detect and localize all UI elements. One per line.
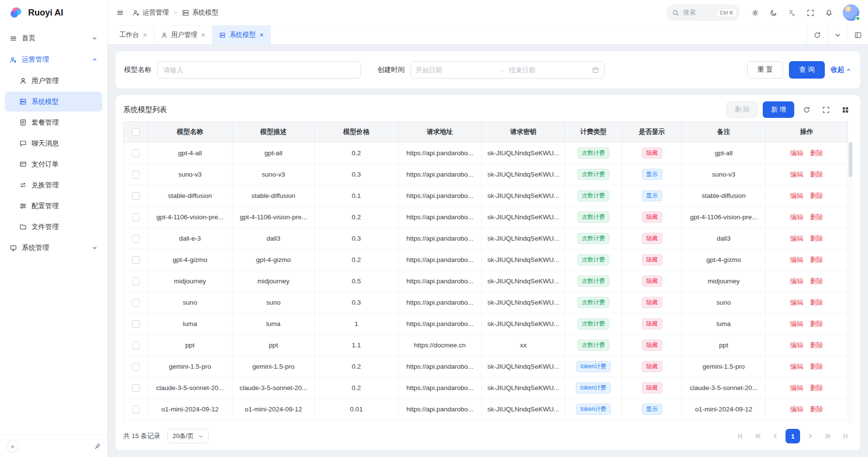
edit-link[interactable]: 编辑 <box>790 213 803 221</box>
pin-icon[interactable] <box>94 442 101 450</box>
jump-prev-button[interactable] <box>751 429 765 443</box>
sidebar-item-exchange-management[interactable]: 兑换管理 <box>5 175 102 195</box>
tab-system-models[interactable]: 系统模型× <box>213 26 271 44</box>
row-checkbox[interactable] <box>132 320 140 328</box>
end-date-input[interactable] <box>509 66 588 74</box>
tab-menu-button[interactable] <box>827 26 848 44</box>
language-button[interactable]: 文A <box>784 4 800 21</box>
delete-link[interactable]: 删除 <box>810 171 823 178</box>
delete-link[interactable]: 删除 <box>810 256 823 263</box>
sidebar-item-system-models[interactable]: 系统模型 <box>5 92 102 112</box>
sidebar-item-chat-messages[interactable]: 聊天消息 <box>5 133 102 153</box>
scrollbar-thumb[interactable] <box>849 142 852 177</box>
tab-close-icon[interactable]: × <box>143 31 147 39</box>
page-number-button[interactable]: 1 <box>786 429 800 443</box>
delete-link[interactable]: 删除 <box>810 277 823 285</box>
edit-link[interactable]: 编辑 <box>790 192 803 199</box>
batch-delete-button[interactable]: 删 除 <box>726 101 758 118</box>
last-page-button[interactable] <box>838 429 852 443</box>
start-date-input[interactable] <box>416 66 495 74</box>
visibility-tag: 隐藏 <box>642 318 662 329</box>
row-checkbox[interactable] <box>132 406 140 413</box>
tab-refresh-button[interactable] <box>807 26 827 44</box>
page-size-select[interactable]: 20条/页 <box>167 429 209 443</box>
row-checkbox[interactable] <box>132 235 140 243</box>
row-select-cell <box>124 207 148 228</box>
tab-close-icon[interactable]: × <box>260 31 263 39</box>
delete-link[interactable]: 删除 <box>810 235 823 242</box>
fullscreen-button[interactable] <box>802 4 819 21</box>
delete-link[interactable]: 删除 <box>810 363 823 370</box>
billing-type-cell: 次数计费 <box>565 249 622 271</box>
prev-page-button[interactable] <box>768 429 783 443</box>
row-checkbox[interactable] <box>132 256 140 264</box>
reset-button[interactable]: 重 置 <box>747 61 783 79</box>
total-records: 共 15 条记录 <box>123 432 161 441</box>
model-name-input[interactable] <box>157 61 361 79</box>
tab-user-management[interactable]: 用户管理× <box>154 26 213 44</box>
refresh-table-button[interactable] <box>799 102 814 117</box>
delete-link[interactable]: 删除 <box>810 149 823 157</box>
delete-link[interactable]: 删除 <box>810 342 823 349</box>
tab-workbench[interactable]: 工作台× <box>113 26 154 44</box>
row-checkbox[interactable] <box>132 384 140 392</box>
row-checkbox[interactable] <box>132 192 140 200</box>
jump-next-button[interactable] <box>820 429 835 443</box>
sidebar-item-file-management[interactable]: 文件管理 <box>5 217 102 237</box>
sidebar-item-package-management[interactable]: 套餐管理 <box>5 113 102 132</box>
add-button[interactable]: 新 增 <box>763 101 794 118</box>
row-checkbox[interactable] <box>132 363 140 371</box>
edit-link[interactable]: 编辑 <box>790 363 803 370</box>
delete-link[interactable]: 删除 <box>810 213 823 221</box>
edit-link[interactable]: 编辑 <box>790 256 803 263</box>
sidebar-item-system[interactable]: 系统管理 <box>5 238 102 258</box>
settings-button[interactable] <box>747 4 763 21</box>
dark-mode-button[interactable] <box>765 4 782 21</box>
row-checkbox[interactable] <box>132 299 140 307</box>
sidebar-item-operations[interactable]: 运营管理 <box>5 49 102 70</box>
edit-link[interactable]: 编辑 <box>790 384 803 392</box>
delete-link[interactable]: 删除 <box>810 384 823 392</box>
sidebar-item-home[interactable]: 首页 <box>5 28 102 49</box>
hamburger-icon[interactable] <box>116 9 124 16</box>
breadcrumb-item[interactable]: 系统模型 <box>182 8 218 17</box>
first-page-button[interactable] <box>733 429 748 443</box>
next-page-button[interactable] <box>803 429 818 443</box>
edit-link[interactable]: 编辑 <box>790 299 803 306</box>
row-checkbox[interactable] <box>132 277 140 285</box>
row-checkbox[interactable] <box>132 171 140 179</box>
sidebar-item-user-management[interactable]: 用户管理 <box>5 71 102 91</box>
edit-link[interactable]: 编辑 <box>790 320 803 327</box>
row-checkbox[interactable] <box>132 149 140 157</box>
tab-close-icon[interactable]: × <box>201 31 205 39</box>
date-range-picker[interactable]: → <box>410 61 605 79</box>
delete-link[interactable]: 删除 <box>810 320 823 327</box>
sidebar-collapse-button[interactable]: « <box>6 440 19 453</box>
delete-link[interactable]: 删除 <box>810 299 823 306</box>
edit-link[interactable]: 编辑 <box>790 171 803 178</box>
column-settings-button[interactable] <box>838 102 852 117</box>
sidebar-item-payment-orders[interactable]: 支付订单 <box>5 154 102 174</box>
table-scrollbar[interactable] <box>849 142 852 424</box>
breadcrumb-item[interactable]: 运营管理 <box>132 8 169 17</box>
row-checkbox[interactable] <box>132 342 140 349</box>
select-all-checkbox[interactable] <box>132 128 140 136</box>
delete-link[interactable]: 删除 <box>810 406 823 413</box>
logo[interactable]: Ruoyi AI <box>0 0 107 25</box>
system-icon <box>10 245 17 252</box>
edit-link[interactable]: 编辑 <box>790 149 803 157</box>
table-fullscreen-button[interactable] <box>819 102 833 117</box>
sidebar-item-config-management[interactable]: 配置管理 <box>5 196 102 216</box>
query-button[interactable]: 查 询 <box>789 61 825 79</box>
collapse-filter-link[interactable]: 收起 <box>831 65 852 74</box>
tab-layout-button[interactable] <box>848 26 868 44</box>
notifications-button[interactable] <box>820 4 837 21</box>
edit-link[interactable]: 编辑 <box>790 235 803 242</box>
global-search[interactable]: 搜索 Ctrl K <box>666 4 740 21</box>
user-avatar[interactable] <box>843 4 859 21</box>
edit-link[interactable]: 编辑 <box>790 406 803 413</box>
edit-link[interactable]: 编辑 <box>790 342 803 349</box>
row-checkbox[interactable] <box>132 213 140 221</box>
edit-link[interactable]: 编辑 <box>790 277 803 285</box>
delete-link[interactable]: 删除 <box>810 192 823 199</box>
